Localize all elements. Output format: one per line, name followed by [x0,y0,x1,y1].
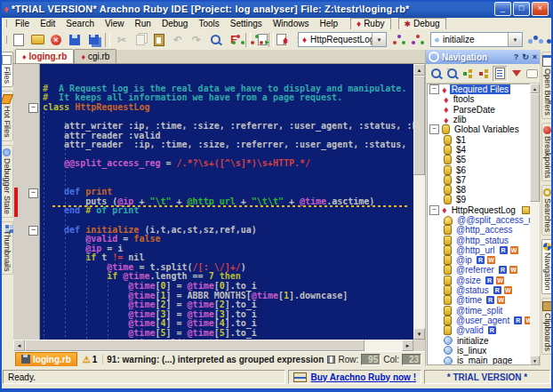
expander-icon[interactable]: − [429,124,439,134]
tree-item-ftools[interactable]: ftools [428,94,530,104]
scroll-up-icon[interactable]: ▲ [413,64,425,76]
nav-find-icon[interactable] [429,66,443,82]
nav-filter-icon[interactable] [509,66,524,82]
find-icon[interactable] [206,31,224,49]
tree-scroll-down-icon[interactable]: ▼ [530,356,540,365]
left-tab-debugger-state[interactable]: Debugger State [1,145,13,218]
warning-count-badge[interactable]: 1 [77,355,104,364]
code-line[interactable]: attr_reader :valid [43,132,413,141]
fold-marker-icon[interactable] [28,188,38,198]
maximize-button[interactable]: □ [513,2,530,16]
editor-vertical-scrollbar[interactable]: ▲ ▼ [413,64,425,340]
code-line[interactable]: if t != nil [43,253,413,263]
fold-marker-icon[interactable] [28,103,38,113]
vertical-scroll-thumb[interactable] [413,76,425,175]
tree-item-size[interactable]: @sizeRW [428,276,530,285]
horizontal-scroll-thumb[interactable] [25,340,365,351]
menu-item-file[interactable]: File [10,19,35,28]
code-line[interactable]: @time[0] = @time[0].to_i [43,282,413,292]
menu-item-settings[interactable]: Settings [225,19,268,28]
code-line[interactable]: @time_split = @time [43,339,413,340]
tree-item-time-split[interactable]: @time_split [428,306,530,316]
buy-link[interactable]: Buy Arachno Ruby now ! [310,372,416,382]
tree-item-split-access-reg[interactable]: @@split_access_reg [428,215,530,225]
code-line[interactable]: # A Request Log is the real data we have… [43,84,413,94]
tree-item-7[interactable]: $7 [428,175,530,185]
help-icon[interactable]: ? [514,52,519,61]
code-line[interactable] [43,169,413,179]
refresh-icon[interactable]: ↻ [522,52,529,61]
menu-item-edit[interactable]: Edit [35,19,60,28]
tree-item-http-url[interactable]: @http_urlRW [428,245,530,255]
method-combo[interactable]: initialize▼ [430,32,523,47]
code-line[interactable]: @time = t.split(/[: \/]+/) [43,263,413,273]
code-line[interactable] [43,150,413,160]
code-line[interactable] [43,216,413,226]
code-line[interactable] [43,112,413,122]
code-line[interactable]: def initialize (i,t,ac,st,sz,ref,ua) [43,226,413,236]
close-button[interactable]: × [532,2,549,16]
code-line[interactable]: end # of print [43,206,413,216]
class-combo[interactable]: HttpRequestLog▼ [298,32,387,47]
menu-item-tools[interactable]: Tools [193,19,224,28]
tree-item-valid[interactable]: @validR [428,325,530,335]
minimize-button[interactable]: _ [494,2,511,16]
class-tree-icon[interactable] [229,31,247,49]
save-all-icon[interactable] [84,31,102,49]
editor-tab-loging-rb[interactable]: loging.rb [15,49,74,63]
new-file-icon[interactable] [10,31,28,49]
code-line[interactable]: @time[2] = @time[2].to_i [43,300,413,310]
menu-grip[interactable] [3,20,7,28]
hierarchy-icon[interactable] [390,31,408,49]
expander-icon[interactable]: − [429,84,439,94]
scroll-right-icon[interactable]: ► [402,340,413,351]
editor-gutter[interactable] [13,64,40,340]
editor-tab-cgi-rb[interactable]: cgi.rb [74,49,116,63]
tree-item-http-access[interactable]: @http_access [428,225,530,235]
tree-item-5[interactable]: $5 [428,155,530,164]
redo-icon[interactable]: ↷ [188,31,205,49]
menu-item-run[interactable]: Run [130,19,156,28]
tree-item-4[interactable]: $4 [428,145,530,155]
tree-scroll-up-icon[interactable]: ▲ [530,84,540,93]
code-line[interactable] [43,179,413,188]
method-tree-icon[interactable] [248,31,266,49]
close-file-icon[interactable] [47,31,65,49]
tree-item-zlib[interactable]: zlib [428,115,530,124]
tree-item-status[interactable]: @statusRW [428,285,530,295]
navigation-header[interactable]: Navigation ?↻× [426,50,540,64]
members-icon[interactable] [409,31,427,49]
goto-definition-icon[interactable] [276,31,294,49]
code-line[interactable]: @time[4] = @time[4].to_i [43,319,413,329]
code-editor[interactable]: # A Request Log is the real data we have… [40,64,413,340]
tree-item-ip[interactable]: @ipRW [428,255,530,265]
right-tab-open-buffers[interactable]: Open Buffers [541,52,553,119]
left-tab-hot-files[interactable]: Hot Files [1,91,13,141]
tree-item-6[interactable]: $6 [428,164,530,174]
code-line[interactable]: attr_writer :ip, :time, :size, :referrer… [43,122,413,132]
nav-collapse-all-icon[interactable] [477,66,491,82]
nav-comments-icon[interactable] [525,66,540,82]
toolbar-grip[interactable] [3,36,7,44]
save-icon[interactable] [66,31,84,49]
nav-expand-all-icon[interactable] [461,66,475,82]
scroll-left-icon[interactable]: ◄ [13,340,25,351]
tree-item-1[interactable]: $1 [428,134,530,144]
nav-details-icon[interactable] [493,66,507,82]
nav-find-next-icon[interactable] [445,66,459,82]
title-bar[interactable]: *TRIAL VERSION* Arachno Ruby IDE [Projec… [0,0,553,18]
debug-toolbar-tab[interactable]: Debug [398,18,446,30]
editor-horizontal-scrollbar[interactable]: ◄ ► [13,340,413,351]
menu-item-help[interactable]: Help [314,19,343,28]
browse-back-icon[interactable] [526,31,544,49]
tree-item-is-main-page[interactable]: is_main_page [428,356,530,365]
code-line[interactable]: @time[5] = @time[5].to_i [43,329,413,339]
close-panel-icon[interactable]: × [533,52,537,61]
scroll-down-icon[interactable]: ▼ [413,328,425,340]
tree-item-referrer[interactable]: @referrerRW [428,265,530,275]
tree-item-httprequestlog[interactable]: −HttpRequestLog [428,205,530,215]
code-line[interactable]: if @time.length == 7 then [43,272,413,282]
menu-item-windows[interactable]: Windows [268,19,315,28]
tree-item-global-variables[interactable]: −Global Variables [428,124,530,134]
tree-item-parsedate[interactable]: ParseDate [428,105,530,115]
